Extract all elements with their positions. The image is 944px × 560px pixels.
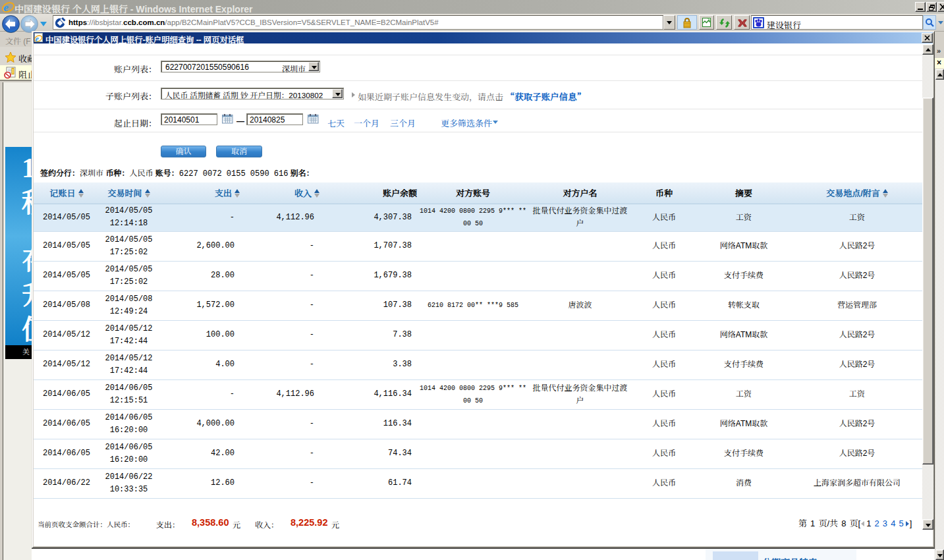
svg-text:e: e [36,34,40,43]
svg-text:e: e [3,1,9,14]
